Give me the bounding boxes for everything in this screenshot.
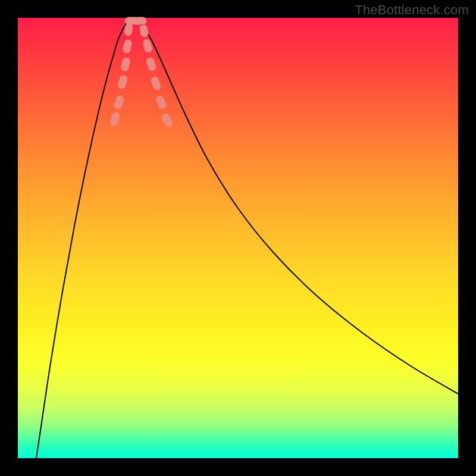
data-marker [155, 95, 167, 109]
curve-layer [36, 19, 458, 458]
curve-right-branch [138, 19, 458, 394]
data-marker [123, 39, 132, 54]
watermark-text: TheBottleneck.com [355, 2, 469, 18]
data-marker [117, 75, 128, 89]
marker-layer [109, 17, 174, 128]
data-marker [133, 17, 146, 24]
curve-left-branch [36, 19, 130, 458]
chart-frame: TheBottleneck.com [0, 0, 476, 476]
chart-svg [18, 18, 458, 458]
data-marker [121, 57, 131, 71]
plot-area [18, 18, 458, 458]
data-marker [161, 112, 174, 127]
data-marker [150, 76, 161, 91]
data-marker [139, 24, 149, 37]
data-marker [114, 95, 124, 110]
data-marker [109, 112, 120, 127]
data-marker [146, 57, 156, 72]
